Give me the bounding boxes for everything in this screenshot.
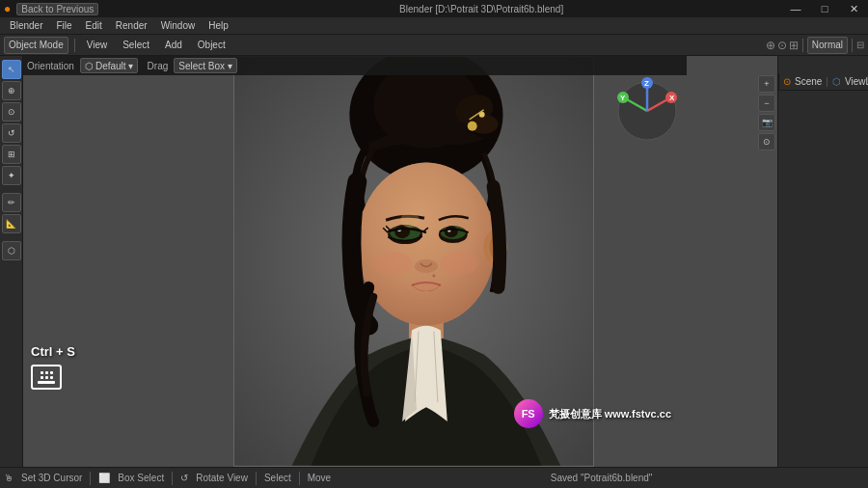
svg-point-13	[441, 252, 479, 275]
key-row-1	[41, 371, 53, 374]
scene-icon: ⊙	[783, 76, 791, 87]
svg-point-12	[373, 252, 412, 275]
view-layer-label[interactable]: ViewLayer	[845, 76, 868, 87]
main-layout: ↖ ⊕ ⊙ ↺ ⊞ ✦ ✏ 📐 ⬡ Orientation ⬡ Default …	[0, 56, 868, 467]
viewport-overlay-header: Orientation ⬡ Default ▾ Drag Select Box …	[23, 56, 687, 75]
toolbar-icon-1: ⊕	[766, 39, 775, 52]
box-select-label: Box Select	[118, 473, 164, 483]
toolbar-object[interactable]: Object	[192, 37, 231, 54]
shading-label: Normal	[812, 40, 843, 50]
transform-tool-btn[interactable]: ✦	[2, 166, 21, 185]
drag-label: Drag	[148, 61, 169, 71]
saved-status-text: Saved "Potrait6b.blend"	[339, 473, 864, 483]
status-divider-3	[256, 472, 257, 485]
camera-btn[interactable]: 📷	[758, 114, 775, 131]
menu-window[interactable]: Window	[155, 17, 202, 35]
minimize-button[interactable]: —	[781, 0, 810, 17]
scale-tool-btn[interactable]: ⊞	[2, 145, 21, 164]
status-divider-4	[299, 472, 300, 485]
move-tool-btn[interactable]: ⊙	[2, 102, 21, 122]
scene-label[interactable]: Scene	[795, 76, 822, 87]
viewport-right-controls: + − 📷 ⊙	[758, 75, 775, 150]
mouse-icon: 🖱	[4, 473, 14, 483]
svg-point-26	[432, 274, 435, 277]
filter-icon: ⊟	[856, 40, 864, 50]
window-controls: — □ ✕	[781, 0, 868, 17]
viewport[interactable]: Orientation ⬡ Default ▾ Drag Select Box …	[23, 56, 777, 467]
zoom-in-btn[interactable]: +	[758, 75, 775, 93]
rotate-tool-btn[interactable]: ↺	[2, 123, 21, 143]
toolbar-icon-2: ⊙	[777, 39, 787, 52]
measure-tool-btn[interactable]: 📐	[2, 214, 21, 233]
menu-bar: Blender File Edit Render Window Help	[0, 17, 868, 35]
viewport-gizmo[interactable]: X Y Z	[613, 77, 681, 145]
status-divider-2	[172, 472, 173, 485]
orientation-label: Orientation	[27, 61, 74, 71]
toolbar-divider-3	[852, 39, 853, 52]
orientation-default: ⬡	[85, 61, 94, 71]
maximize-button[interactable]: □	[810, 0, 839, 17]
svg-text:Z: Z	[644, 79, 649, 88]
toolbar-view[interactable]: View	[81, 37, 114, 54]
toolbar-icon-3: ⊞	[789, 39, 799, 52]
svg-text:X: X	[669, 94, 675, 102]
cheat-text: Ctrl + S	[31, 344, 75, 359]
svg-point-20	[445, 226, 458, 237]
key-dot	[45, 371, 48, 374]
svg-point-6	[468, 122, 477, 131]
select-tool-btn[interactable]: ↖	[2, 60, 21, 79]
right-panel-content	[778, 91, 868, 467]
title-bar-left: ● Back to Previous	[4, 2, 98, 15]
key-dot	[41, 376, 43, 379]
keyboard-icon	[31, 365, 62, 390]
status-divider-1	[90, 472, 91, 485]
ortho-btn[interactable]: ⊙	[758, 133, 775, 150]
key-dot	[50, 376, 53, 379]
menu-blender[interactable]: Blender	[4, 17, 48, 35]
cheat-overlay-area: Ctrl + S	[31, 344, 75, 390]
shading-dropdown[interactable]: Normal	[807, 37, 848, 54]
svg-text:Y: Y	[620, 94, 626, 102]
key-dot	[50, 371, 53, 374]
cursor-tool-btn[interactable]: ⊕	[2, 81, 21, 100]
toolbar: Object Mode View Select Add Object ⊕ ⊙ ⊞…	[0, 35, 868, 56]
zoom-out-btn[interactable]: −	[758, 95, 775, 112]
key-dot	[45, 376, 48, 379]
box-select-icon: ⬜	[98, 473, 110, 483]
menu-edit[interactable]: Edit	[80, 17, 108, 35]
watermark-logo: FS	[514, 399, 543, 428]
add-tool-btn[interactable]: ⬡	[2, 241, 21, 260]
left-toolbar: ↖ ⊕ ⊙ ↺ ⊞ ✦ ✏ 📐 ⬡	[0, 56, 23, 467]
toolbar-select[interactable]: Select	[117, 37, 155, 54]
select-label: Select	[264, 473, 291, 483]
view-layer-icon: ⬡	[832, 76, 841, 87]
svg-point-11	[357, 163, 495, 326]
move-label: Move	[308, 473, 331, 483]
rotate-view-label: Rotate View	[196, 473, 248, 483]
rotate-view-icon: ↺	[180, 473, 188, 483]
title-bar: ● Back to Previous Blender [D:\Potrait 3…	[0, 0, 868, 17]
scene-viewlayer: ⊙ Scene | ⬡ ViewLayer	[778, 73, 868, 91]
back-to-previous-btn[interactable]: Back to Previous	[16, 3, 98, 15]
saved-label: Saved "Potrait6b.blend"	[551, 473, 653, 483]
toolbar-add[interactable]: Add	[159, 37, 188, 54]
right-panel: ⊙ Scene | ⬡ ViewLayer Options ▾	[777, 56, 868, 467]
orientation-default-label: Default	[95, 61, 126, 71]
svg-point-27	[400, 212, 420, 228]
title-bar-title: Blender [D:\Potrait 3D\Potrait6b.blend]	[98, 4, 864, 14]
spacebar	[38, 381, 55, 384]
status-bar: 🖱 Set 3D Cursor ⬜ Box Select ↺ Rotate Vi…	[0, 467, 868, 488]
blender-logo-icon: ●	[4, 2, 11, 15]
select-box-dropdown[interactable]: Select Box ▾	[174, 58, 237, 73]
menu-render[interactable]: Render	[110, 17, 153, 35]
toolbar-divider-1	[74, 39, 75, 52]
orientation-dropdown[interactable]: ⬡ Default ▾	[80, 58, 138, 73]
menu-help[interactable]: Help	[203, 17, 234, 35]
menu-file[interactable]: File	[50, 17, 77, 35]
annotate-tool-btn[interactable]: ✏	[2, 193, 21, 212]
key-dot	[41, 371, 43, 374]
orientation-chevron: ▾	[128, 61, 133, 71]
object-mode-dropdown[interactable]: Object Mode	[4, 37, 68, 54]
close-button[interactable]: ✕	[839, 0, 868, 17]
watermark-text: 梵摄创意库 www.fstvc.cc	[549, 407, 671, 421]
